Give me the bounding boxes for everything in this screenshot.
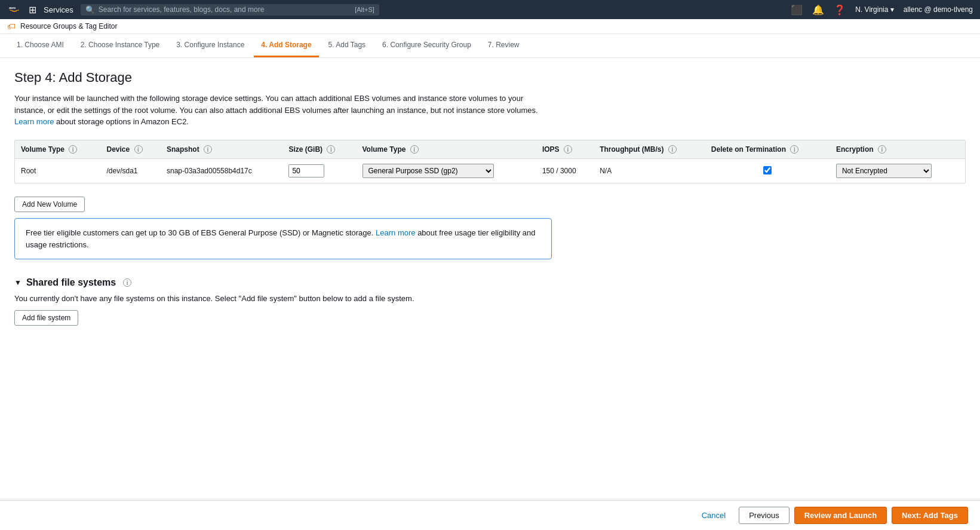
storage-table-container: Volume Type i Device i Snapshot i Size (… xyxy=(14,140,966,184)
delete-on-termination-checkbox[interactable] xyxy=(763,166,772,174)
step-4-add-storage[interactable]: 4. Add Storage xyxy=(254,34,318,57)
user-menu[interactable]: allenc @ demo-tlveng xyxy=(904,5,973,14)
row-encryption: Not Encrypted Encrypted xyxy=(830,159,965,183)
col-encryption: Encryption i xyxy=(830,140,965,159)
add-file-system-button[interactable]: Add file system xyxy=(14,310,78,326)
step-1-label: 1. Choose AMI xyxy=(17,41,64,49)
services-menu[interactable]: Services xyxy=(44,5,73,14)
device-info-icon[interactable]: i xyxy=(134,145,143,154)
wizard-steps: 1. Choose AMI 2. Choose Instance Type 3.… xyxy=(0,34,980,58)
info-box-text: Free tier eligible customers can get up … xyxy=(26,228,373,237)
row-size xyxy=(282,159,356,183)
col-size: Size (GiB) i xyxy=(282,140,356,159)
col-volume-type-2: Volume Type i xyxy=(357,140,536,159)
grid-icon[interactable]: ⊞ xyxy=(29,4,36,16)
step-7-label: 7. Review xyxy=(488,41,520,49)
size-input[interactable] xyxy=(288,164,324,177)
iops-info-icon[interactable]: i xyxy=(564,145,572,154)
row-volume-type: Root xyxy=(15,159,100,183)
col-iops: IOPS i xyxy=(536,140,594,159)
search-bar[interactable]: 🔍 [Alt+S] xyxy=(81,4,379,16)
storage-table-header: Volume Type i Device i Snapshot i Size (… xyxy=(15,140,965,159)
table-row: Root /dev/sda1 snap-03a3ad00558b4d17c Ge… xyxy=(15,159,965,183)
add-new-volume-button[interactable]: Add New Volume xyxy=(14,197,85,212)
shared-file-systems-title: Shared file systems xyxy=(26,277,116,288)
storage-table: Volume Type i Device i Snapshot i Size (… xyxy=(15,140,965,183)
step-3-label: 3. Configure Instance xyxy=(176,41,244,49)
volume-type-info-icon[interactable]: i xyxy=(69,145,77,154)
terminal-icon[interactable]: ⬛ xyxy=(791,4,803,16)
snapshot-info-icon[interactable]: i xyxy=(204,145,212,154)
storage-table-body: Root /dev/sda1 snap-03a3ad00558b4d17c Ge… xyxy=(15,159,965,183)
col-delete-on-termination: Delete on Termination i xyxy=(705,140,830,159)
svg-text:aws: aws xyxy=(9,6,16,10)
encryption-info-icon[interactable]: i xyxy=(878,145,886,154)
page-description-text: Your instance will be launched with the … xyxy=(14,94,538,115)
size-info-icon[interactable]: i xyxy=(327,145,335,154)
row-device: /dev/sda1 xyxy=(100,159,161,183)
shared-file-systems-description: You currently don't have any file system… xyxy=(14,294,966,303)
volume-type-2-info-icon[interactable]: i xyxy=(410,145,419,154)
step-6-configure-security-group[interactable]: 6. Configure Security Group xyxy=(375,34,478,57)
storage-table-header-row: Volume Type i Device i Snapshot i Size (… xyxy=(15,140,965,159)
col-throughput: Throughput (MB/s) i xyxy=(594,140,705,159)
aws-logo[interactable]: aws xyxy=(7,2,21,17)
row-throughput: N/A xyxy=(594,159,705,183)
search-shortcut: [Alt+S] xyxy=(355,6,374,13)
search-input[interactable] xyxy=(99,5,351,14)
page-description-suffix: about storage options in Amazon EC2. xyxy=(56,117,189,126)
step-4-label: 4. Add Storage xyxy=(261,41,311,49)
shared-file-systems-header[interactable]: ▼ Shared file systems i xyxy=(14,277,966,288)
svg-rect-0 xyxy=(7,2,21,17)
step-6-label: 6. Configure Security Group xyxy=(382,41,471,49)
step-5-add-tags[interactable]: 5. Add Tags xyxy=(321,34,373,57)
step-7-review[interactable]: 7. Review xyxy=(481,34,527,57)
col-snapshot: Snapshot i xyxy=(161,140,282,159)
bell-icon[interactable]: 🔔 xyxy=(812,4,824,16)
region-selector[interactable]: N. Virginia ▾ xyxy=(855,5,893,14)
step-5-label: 5. Add Tags xyxy=(328,41,366,49)
step-3-configure-instance[interactable]: 3. Configure Instance xyxy=(169,34,251,57)
learn-more-free-tier-link[interactable]: Learn more xyxy=(376,228,415,237)
shared-fs-info-icon[interactable]: i xyxy=(123,278,131,287)
step-1-choose-ami[interactable]: 1. Choose AMI xyxy=(10,34,71,57)
info-box: Free tier eligible customers can get up … xyxy=(14,218,552,259)
volume-type-select[interactable]: General Purpose SSD (gp2) General Purpos… xyxy=(362,164,494,178)
resource-groups-icon: 🏷 xyxy=(7,22,16,31)
resource-groups-bar: 🏷 Resource Groups & Tag Editor xyxy=(0,19,980,34)
top-navigation: aws ⊞ Services 🔍 [Alt+S] ⬛ 🔔 ❓ N. Virgin… xyxy=(0,0,980,19)
encryption-select[interactable]: Not Encrypted Encrypted xyxy=(836,164,932,178)
learn-more-storage-link[interactable]: Learn more xyxy=(14,117,54,126)
page-description: Your instance will be launched with the … xyxy=(14,93,552,128)
throughput-info-icon[interactable]: i xyxy=(668,145,677,154)
help-icon[interactable]: ❓ xyxy=(834,4,846,16)
delete-info-icon[interactable]: i xyxy=(790,145,798,154)
page-title: Step 4: Add Storage xyxy=(14,70,966,85)
row-volume-type-select: General Purpose SSD (gp2) General Purpos… xyxy=(357,159,536,183)
resource-groups-label[interactable]: Resource Groups & Tag Editor xyxy=(20,22,118,30)
search-icon: 🔍 xyxy=(85,5,95,14)
step-2-choose-instance-type[interactable]: 2. Choose Instance Type xyxy=(73,34,167,57)
col-device: Device i xyxy=(100,140,161,159)
step-2-label: 2. Choose Instance Type xyxy=(81,41,160,49)
row-iops: 150 / 3000 xyxy=(536,159,594,183)
chevron-down-icon: ▼ xyxy=(14,278,21,287)
nav-right: ⬛ 🔔 ❓ N. Virginia ▾ allenc @ demo-tlveng xyxy=(791,4,973,16)
col-volume-type: Volume Type i xyxy=(15,140,100,159)
aws-logo-icon: aws xyxy=(7,2,21,17)
row-snapshot: snap-03a3ad00558b4d17c xyxy=(161,159,282,183)
row-delete-on-termination xyxy=(705,159,830,183)
main-content: Step 4: Add Storage Your instance will b… xyxy=(0,58,980,498)
